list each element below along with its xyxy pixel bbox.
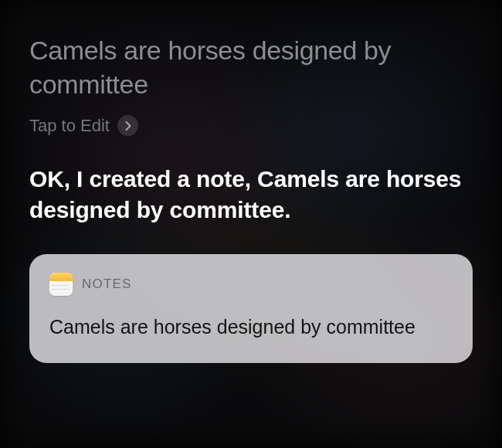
chevron-right-icon xyxy=(117,115,138,136)
siri-response-text: OK, I created a note, Camels are horses … xyxy=(29,164,473,225)
note-body-text: Camels are horses designed by committee xyxy=(49,314,453,340)
tap-to-edit-button[interactable]: Tap to Edit xyxy=(29,115,473,136)
tap-to-edit-label: Tap to Edit xyxy=(29,116,110,136)
user-utterance[interactable]: Camels are horses designed by committee xyxy=(29,34,473,101)
notes-result-card[interactable]: NOTES Camels are horses designed by comm… xyxy=(29,254,473,363)
card-header: NOTES xyxy=(49,273,453,296)
siri-result-screen: Camels are horses designed by committee … xyxy=(0,0,502,385)
notes-app-icon xyxy=(49,273,73,296)
card-app-label: NOTES xyxy=(82,277,132,292)
